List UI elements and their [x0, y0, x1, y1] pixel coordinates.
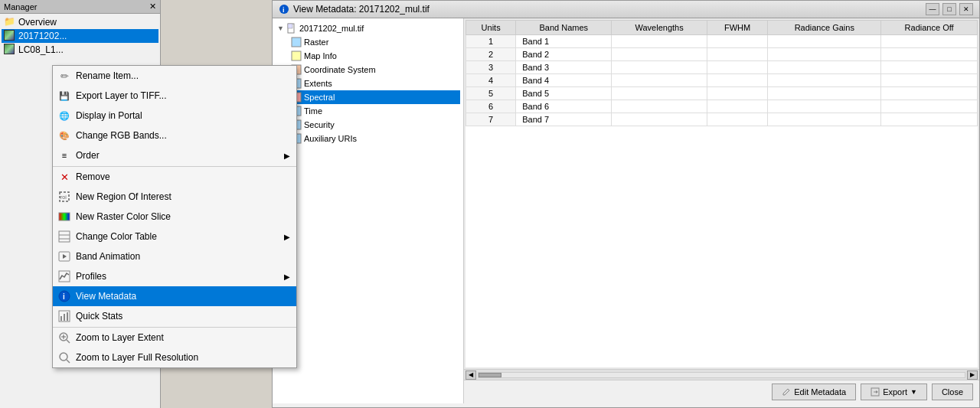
cell-radiance-off: [881, 87, 978, 100]
tree-item-map-info[interactable]: Map Info: [276, 49, 460, 63]
table-row: 6 Band 6: [466, 100, 978, 113]
display-portal-icon: 🌐: [57, 109, 71, 122]
cell-radiance-off: [881, 74, 978, 87]
tree-item-raster[interactable]: Raster: [276, 35, 460, 49]
export-btn-icon: [871, 387, 880, 397]
cell-band-name: Band 6: [516, 100, 612, 113]
svg-rect-24: [288, 24, 292, 28]
layer-lc08-label: LC08_L1...: [18, 44, 64, 55]
scroll-track: [478, 372, 965, 378]
tree-item-extents[interactable]: Extents: [276, 77, 460, 90]
col-units: Units: [466, 21, 516, 35]
raster-icon-2: [4, 44, 16, 56]
scroll-thumb[interactable]: [479, 373, 501, 377]
menu-view-metadata[interactable]: i View Metadata: [53, 286, 296, 306]
svg-text:roi: roi: [60, 194, 67, 200]
tree-root-label: 20171202_mul.tif: [299, 24, 364, 33]
cell-band-name: Band 5: [516, 87, 612, 100]
col-radiance-off: Radiance Off: [881, 21, 978, 35]
menu-export-tiff-label: Export Layer to TIFF...: [76, 90, 290, 101]
table-row: 2 Band 2: [466, 48, 978, 61]
tree-spectral-label: Spectral: [304, 93, 335, 102]
tree-item-aux-uris[interactable]: Auxiliary URIs: [276, 132, 460, 145]
export-dropdown-icon: ▼: [910, 388, 917, 396]
rename-icon: ✏: [57, 69, 71, 83]
menu-export-tiff[interactable]: 💾 Export Layer to TIFF...: [53, 86, 296, 106]
menu-quick-stats[interactable]: Quick Stats: [53, 306, 296, 326]
menu-rename[interactable]: ✏ Rename Item...: [53, 66, 296, 86]
cell-unit: 7: [466, 113, 516, 126]
metadata-tree-panel: ▼ 20171202_mul.tif Raster Map Info: [273, 18, 464, 403]
cell-fwhm: [707, 100, 768, 113]
cell-fwhm: [707, 113, 768, 126]
roi-icon: roi: [57, 190, 71, 204]
svg-rect-3: [59, 231, 70, 242]
col-band-names: Band Names: [516, 21, 612, 35]
menu-new-color-slice[interactable]: New Raster Color Slice: [53, 207, 296, 227]
cell-band-name: Band 7: [516, 113, 612, 126]
scroll-right-btn[interactable]: ▶: [967, 370, 978, 380]
edit-metadata-label: Edit Metadata: [794, 387, 846, 397]
table-row: 4 Band 4: [466, 74, 978, 87]
cell-unit: 6: [466, 100, 516, 113]
menu-change-rgb-label: Change RGB Bands...: [76, 130, 290, 141]
menu-zoom-full-label: Zoom to Layer Full Resolution: [76, 352, 290, 363]
order-arrow: ▶: [284, 152, 290, 160]
spectral-table: Units Band Names Wavelengths FWHM Radian…: [466, 20, 978, 126]
cell-radiance-off: [881, 113, 978, 126]
cell-band-name: Band 2: [516, 48, 612, 61]
cell-radiance-gains: [768, 35, 881, 48]
menu-zoom-full[interactable]: Zoom to Layer Full Resolution: [53, 348, 296, 367]
maximize-button[interactable]: □: [942, 3, 956, 15]
menu-zoom-extent[interactable]: Zoom to Layer Extent: [53, 327, 296, 348]
menu-quick-stats-label: Quick Stats: [76, 311, 290, 322]
menu-zoom-extent-label: Zoom to Layer Extent: [76, 332, 290, 343]
tree-item-spectral[interactable]: Spectral: [276, 90, 460, 104]
tree-item-security[interactable]: Security: [276, 118, 460, 132]
tree-raster-label: Raster: [304, 38, 328, 47]
col-radiance-gains: Radiance Gains: [768, 21, 881, 35]
menu-animation-label: Band Animation: [76, 251, 290, 262]
table-row: 5 Band 5: [466, 87, 978, 100]
metadata-menu-icon: i: [57, 289, 71, 303]
layer-item-lc08[interactable]: LC08_L1...: [2, 43, 158, 57]
menu-color-table-label: Change Color Table: [76, 231, 284, 242]
menu-change-rgb[interactable]: 🎨 Change RGB Bands...: [53, 126, 296, 145]
cell-radiance-gains: [768, 113, 881, 126]
menu-display-portal[interactable]: 🌐 Display in Portal: [53, 106, 296, 126]
tree-extents-label: Extents: [304, 79, 332, 88]
tree-root-item[interactable]: ▼ 20171202_mul.tif: [276, 21, 460, 35]
close-button[interactable]: Close: [932, 384, 973, 400]
cell-band-name: Band 1: [516, 35, 612, 48]
svg-rect-13: [64, 314, 65, 321]
menu-metadata-label: View Metadata: [76, 291, 290, 302]
layer-item-overview[interactable]: 📁 Overview: [2, 15, 158, 29]
minimize-button[interactable]: —: [926, 3, 939, 15]
menu-band-animation[interactable]: Band Animation: [53, 246, 296, 266]
horizontal-scrollbar[interactable]: ◀ ▶: [464, 369, 979, 380]
tree-item-coord[interactable]: Coordinate System: [276, 63, 460, 77]
export-button[interactable]: Export ▼: [861, 384, 927, 400]
edit-metadata-button[interactable]: Edit Metadata: [772, 384, 856, 400]
tree-expand-icon: ▼: [277, 24, 284, 32]
col-wavelengths: Wavelengths: [612, 21, 707, 35]
menu-remove-label: Remove: [76, 171, 290, 182]
manager-close-icon[interactable]: ✕: [149, 2, 156, 11]
zoom-full-icon: [57, 351, 71, 364]
svg-rect-12: [60, 316, 62, 321]
tree-coord-label: Coordinate System: [304, 65, 376, 74]
cell-fwhm: [707, 74, 768, 87]
scroll-left-btn[interactable]: ◀: [466, 370, 476, 380]
cell-unit: 5: [466, 87, 516, 100]
menu-new-roi[interactable]: roi New Region Of Interest: [53, 187, 296, 207]
layer-item-20171202[interactable]: 20171202...: [2, 29, 158, 43]
menu-change-color-table[interactable]: Change Color Table ▶: [53, 227, 296, 246]
cell-fwhm: [707, 48, 768, 61]
close-window-button[interactable]: ✕: [959, 3, 973, 15]
menu-remove[interactable]: ✕ Remove: [53, 166, 296, 187]
table-row: 3 Band 3: [466, 61, 978, 74]
menu-new-roi-label: New Region Of Interest: [76, 191, 290, 202]
tree-item-time[interactable]: Time: [276, 104, 460, 118]
menu-order[interactable]: ≡ Order ▶: [53, 145, 296, 165]
menu-profiles[interactable]: Profiles ▶: [53, 266, 296, 286]
